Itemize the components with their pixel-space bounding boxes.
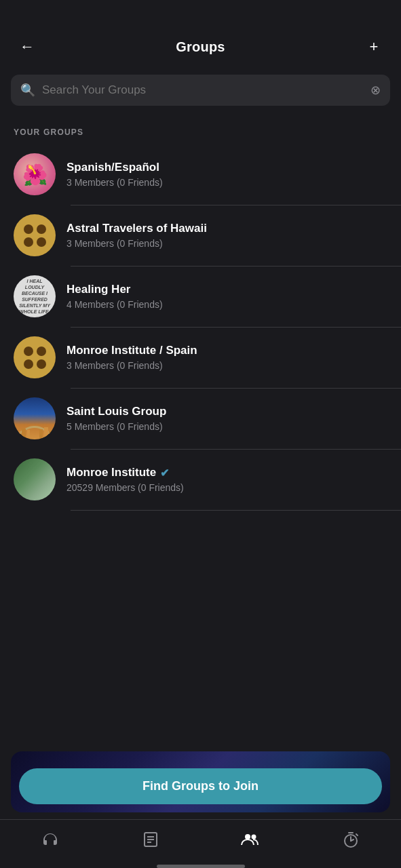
svg-rect-2: [27, 430, 30, 438]
search-bar[interactable]: 🔍 ⊗: [11, 75, 390, 106]
headphones-icon: [41, 831, 60, 852]
group-info-monroe-spain: Monroe Institute / Spain 3 Members (0 Fr…: [66, 344, 387, 371]
group-item-monroe-spain[interactable]: Monroe Institute / Spain 3 Members (0 Fr…: [0, 327, 401, 388]
group-item-monroe[interactable]: Monroe Institute ✔ 20529 Members (0 Frie…: [0, 449, 401, 510]
groups-icon: [240, 831, 261, 852]
your-groups-label: YOUR GROUPS: [0, 118, 401, 144]
group-info-monroe: Monroe Institute ✔ 20529 Members (0 Frie…: [66, 466, 387, 493]
back-button[interactable]: ←: [15, 38, 39, 56]
group-meta-stlouis: 5 Members (0 Friends): [66, 421, 387, 432]
search-container: 🔍 ⊗: [0, 68, 401, 118]
tab-bar: [0, 819, 401, 859]
add-group-button[interactable]: +: [362, 38, 386, 56]
verified-badge: ✔: [160, 467, 169, 479]
svg-point-10: [245, 834, 250, 840]
svg-rect-0: [17, 431, 20, 438]
tab-journal[interactable]: [100, 828, 201, 855]
group-info-spanish: Spanish/Español 3 Members (0 Friends): [66, 161, 387, 188]
group-meta-astral: 3 Members (0 Friends): [66, 238, 387, 249]
group-avatar-stlouis: [14, 397, 56, 439]
group-info-stlouis: Saint Louis Group 5 Members (0 Friends): [66, 405, 387, 432]
find-groups-section: Find Groups to Join: [11, 751, 390, 812]
tab-groups[interactable]: [201, 829, 301, 854]
group-name-monroe-spain: Monroe Institute / Spain: [66, 344, 387, 357]
group-item-stlouis[interactable]: Saint Louis Group 5 Members (0 Friends): [0, 388, 401, 449]
group-avatar-spanish: 🌺: [14, 153, 56, 195]
group-meta-monroe: 20529 Members (0 Friends): [66, 482, 387, 493]
timer-icon: [342, 831, 360, 852]
svg-rect-4: [44, 427, 48, 438]
journal-icon: [142, 831, 159, 852]
group-meta-spanish: 3 Members (0 Friends): [66, 177, 387, 188]
group-meta-monroe-spain: 3 Members (0 Friends): [66, 360, 387, 371]
svg-rect-5: [49, 431, 52, 438]
search-icon: 🔍: [20, 83, 35, 98]
tab-headphones[interactable]: [0, 829, 100, 854]
group-avatar-healing: I HEAL LOUDLY BECAUSE I SUFFERED SILENTL…: [14, 275, 56, 317]
find-groups-button[interactable]: Find Groups to Join: [19, 768, 382, 804]
svg-rect-1: [22, 429, 26, 438]
home-indicator: [157, 865, 245, 868]
group-list: 🌺 Spanish/Español 3 Members (0 Friends) …: [0, 144, 401, 745]
svg-point-11: [252, 835, 256, 840]
group-item-spanish[interactable]: 🌺 Spanish/Español 3 Members (0 Friends): [0, 144, 401, 205]
group-item-astral[interactable]: Astral Travelers of Hawaii 3 Members (0 …: [0, 205, 401, 266]
group-info-healing: Healing Her 4 Members (0 Friends): [66, 283, 387, 310]
page-title: Groups: [176, 39, 225, 55]
group-name-stlouis: Saint Louis Group: [66, 405, 387, 418]
group-meta-healing: 4 Members (0 Friends): [66, 299, 387, 310]
group-name-monroe: Monroe Institute ✔: [66, 466, 387, 479]
group-item-healing[interactable]: I HEAL LOUDLY BECAUSE I SUFFERED SILENTL…: [0, 266, 401, 327]
group-avatar-monroe-spain: [14, 336, 56, 378]
search-input[interactable]: [42, 83, 364, 97]
svg-rect-3: [39, 429, 43, 438]
svg-line-16: [356, 834, 358, 835]
tab-timer[interactable]: [301, 828, 401, 855]
group-info-astral: Astral Travelers of Hawaii 3 Members (0 …: [66, 222, 387, 249]
group-name-healing: Healing Her: [66, 283, 387, 296]
clear-search-icon[interactable]: ⊗: [370, 83, 381, 98]
group-avatar-monroe: [14, 458, 56, 500]
group-avatar-astral: [14, 214, 56, 256]
header: ← Groups +: [0, 0, 401, 68]
group-name-spanish: Spanish/Español: [66, 161, 387, 174]
group-name-astral: Astral Travelers of Hawaii: [66, 222, 387, 235]
